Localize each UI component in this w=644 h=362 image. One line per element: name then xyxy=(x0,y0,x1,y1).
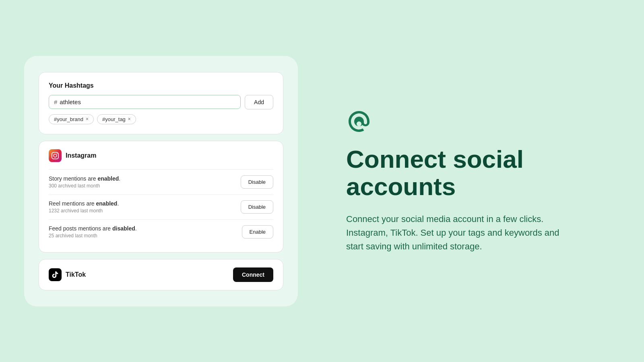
hashtag-input-wrapper[interactable]: # xyxy=(49,95,241,109)
left-panel: Your Hashtags # Add #your_brand × #your_… xyxy=(0,0,322,362)
feed-mention-text: Feed posts mentions are disabled. xyxy=(49,225,137,232)
at-icon xyxy=(346,109,372,134)
hashtag-input[interactable] xyxy=(60,99,235,105)
story-mention-count: 300 archived last month xyxy=(49,183,120,189)
tiktok-card: TikTok Connect xyxy=(39,259,283,290)
tags-row: #your_brand × #your_tag × xyxy=(49,114,273,124)
tiktok-left: TikTok xyxy=(49,268,86,281)
feed-mention-info: Feed posts mentions are disabled. 25 arc… xyxy=(49,225,137,239)
hashtag-input-row: # Add xyxy=(49,95,273,109)
tiktok-name: TikTok xyxy=(66,271,86,278)
add-button[interactable]: Add xyxy=(245,95,273,109)
tag-your-brand[interactable]: #your_brand × xyxy=(49,114,94,124)
instagram-icon xyxy=(49,149,62,162)
hashtag-title: Your Hashtags xyxy=(49,82,273,89)
reel-mention-row: Reel mentions are enabled. 1232 archived… xyxy=(49,194,273,219)
right-panel: Connect social accounts Connect your soc… xyxy=(322,0,644,362)
story-mention-info: Story mentions are enabled. 300 archived… xyxy=(49,175,120,189)
tag-label: #your_tag xyxy=(102,116,126,122)
instagram-name: Instagram xyxy=(66,152,96,159)
hashtag-card: Your Hashtags # Add #your_brand × #your_… xyxy=(39,72,283,134)
reel-mention-info: Reel mentions are enabled. 1232 archived… xyxy=(49,200,119,214)
reel-mention-count: 1232 archived last month xyxy=(49,208,119,214)
tag-remove-icon[interactable]: × xyxy=(128,116,131,122)
feed-enable-button[interactable]: Enable xyxy=(242,225,273,239)
tiktok-connect-button[interactable]: Connect xyxy=(233,267,273,282)
description: Connect your social media account in a f… xyxy=(346,212,564,253)
headline: Connect social accounts xyxy=(346,146,612,200)
feed-mention-count: 25 archived last month xyxy=(49,233,137,239)
hash-symbol: # xyxy=(54,99,57,105)
tiktok-icon xyxy=(49,268,62,281)
tag-label: #your_brand xyxy=(54,116,83,122)
tag-your-tag[interactable]: #your_tag × xyxy=(97,114,136,124)
reel-mention-text: Reel mentions are enabled. xyxy=(49,200,119,207)
feed-mention-row: Feed posts mentions are disabled. 25 arc… xyxy=(49,219,273,244)
instagram-card: Instagram Story mentions are enabled. 30… xyxy=(39,141,283,253)
story-disable-button[interactable]: Disable xyxy=(241,175,273,189)
tag-remove-icon[interactable]: × xyxy=(86,116,89,122)
story-mention-row: Story mentions are enabled. 300 archived… xyxy=(49,169,273,194)
card-container: Your Hashtags # Add #your_brand × #your_… xyxy=(24,56,298,306)
reel-disable-button[interactable]: Disable xyxy=(241,200,273,214)
instagram-header: Instagram xyxy=(49,149,273,162)
story-mention-text: Story mentions are enabled. xyxy=(49,175,120,182)
